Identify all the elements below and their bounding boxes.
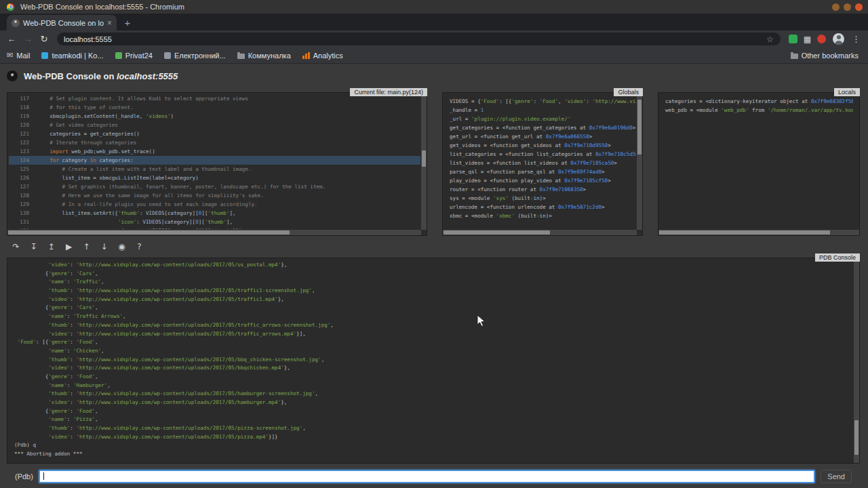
prompt-row: (Pdb) Send	[7, 470, 860, 483]
code-text: # Get video categories	[37, 121, 118, 129]
address-bar[interactable]: localhost:5555 ☆	[57, 33, 781, 45]
bookmark-label: Mail	[16, 52, 30, 60]
editor-horizontal-scrollbar[interactable]	[7, 230, 421, 235]
locals-panel: Locals categories = <dictionary-keyitera…	[658, 92, 860, 236]
console-vertical-scrollbar[interactable]	[854, 258, 859, 463]
code-text: categories = get_categories()	[37, 129, 140, 138]
debug-toolbar: ↷↧↥▶↑↓◉?	[11, 239, 860, 255]
next-button[interactable]: ↷	[11, 242, 21, 252]
bookmark-item[interactable]: Privat24	[115, 52, 153, 60]
globals-caption: Globals	[614, 88, 643, 96]
code-text: 'icon': VIDEOS[category][0]['thumb'],	[37, 218, 233, 226]
code-line: 131 'icon': VIDEOS[category][0]['thumb']…	[9, 218, 420, 226]
line-number: 131	[9, 218, 37, 226]
code-line: 119 xbmcplugin.setContent(_handle, 'vide…	[9, 112, 420, 121]
bookmark-item[interactable]: Коммуналка	[237, 52, 291, 60]
console-line: 'thumb': 'http://www.vidsplay.com/wp-con…	[9, 321, 853, 330]
code-line: 122 # Iterate through categories	[9, 138, 420, 147]
line-number: 120	[9, 121, 37, 129]
variable-line: play_video = <function play_video at 0x7…	[444, 176, 636, 185]
console-line: (Pdb) q	[9, 441, 853, 450]
up-button[interactable]: ↑	[81, 242, 92, 252]
bookmark-item[interactable]: teamkodi | Ko...	[41, 52, 103, 60]
line-number: 128	[9, 191, 37, 200]
page-title-host: localhost:5555	[117, 71, 178, 81]
profile-avatar[interactable]	[833, 33, 844, 45]
pdb-command-input[interactable]	[40, 471, 814, 482]
step-button[interactable]: ↧	[28, 242, 39, 252]
line-number: 127	[9, 182, 37, 191]
forward-icon[interactable]: →	[20, 34, 35, 44]
bookmark-star-icon[interactable]: ☆	[766, 35, 774, 44]
variable-line: _url = 'plugin://plugin.video.example/'	[444, 115, 636, 123]
variable-line: get_categories = <function get_categorie…	[444, 123, 636, 132]
code-line: 121 categories = get_categories()	[9, 129, 420, 138]
reload-icon[interactable]: ↻	[37, 34, 52, 44]
help-button[interactable]: ?	[134, 242, 144, 252]
console-line: 'video': 'http://www.vidsplay.com/wp-con…	[9, 399, 853, 407]
bookmark-item[interactable]: ✉Mail	[7, 52, 30, 60]
analytics-icon	[302, 52, 310, 59]
locals-caption: Locals	[834, 88, 860, 96]
window-minimize-button[interactable]	[832, 3, 840, 11]
other-bookmarks-label: Other bookmarks	[802, 52, 859, 60]
pdb-command-field[interactable]	[39, 470, 815, 483]
back-icon[interactable]: ←	[4, 34, 19, 44]
console-line: 'thumb': 'http://www.vidsplay.com/wp-con…	[9, 390, 853, 399]
editor-vertical-scrollbar[interactable]	[421, 93, 427, 230]
line-number: 124	[9, 156, 37, 165]
variable-line: list_categories = <function list_categor…	[444, 150, 636, 159]
console-line: 'Food': [{'genre': 'Food',	[9, 338, 853, 347]
console-line: 'video': 'http://www.vidsplay.com/wp-con…	[9, 261, 853, 270]
console-line: {'genre': 'Cars',	[9, 304, 853, 312]
bookmark-label: teamkodi | Ko...	[52, 52, 103, 60]
code-text: xbmcplugin.setContent(_handle, 'videos')	[37, 112, 174, 121]
variable-line: list_videos = <function list_videos at 0…	[444, 159, 636, 167]
window-close-button[interactable]	[855, 3, 863, 11]
site-favicon-icon	[115, 52, 122, 59]
console-line: 'thumb': 'http://www.vidsplay.com/wp-con…	[9, 424, 853, 433]
folder-icon	[791, 54, 798, 59]
return-button[interactable]: ↥	[46, 242, 56, 252]
code-text: # In a real-life plugin you need to set …	[37, 200, 258, 209]
current-file-panel: Current file: main.py(124) 117 # Set plu…	[7, 92, 427, 236]
new-tab-button[interactable]: +	[119, 15, 136, 30]
locals-horizontal-scrollbar[interactable]	[658, 230, 859, 235]
continue-button[interactable]: ▶	[64, 242, 74, 252]
page-header: * Web-PDB Console on localhost:5555	[0, 64, 868, 88]
code-text: # Set plugin content. It allows Kodi to …	[37, 94, 248, 103]
globals-panel: Globals VIDEOS = {'Food': [{'genre': 'Fo…	[442, 92, 643, 236]
tab-close-icon[interactable]: ×	[107, 18, 112, 28]
where-button[interactable]: ◉	[117, 242, 127, 252]
line-number: 121	[9, 129, 37, 138]
current-file-caption: Current file: main.py(124)	[350, 88, 427, 96]
console-line: 'name': 'Hamburger',	[9, 382, 853, 390]
chromium-icon	[7, 3, 14, 11]
window-maximize-button[interactable]	[844, 3, 851, 11]
send-button[interactable]: Send	[821, 470, 852, 483]
console-line: *** Aborting addon ***	[9, 450, 853, 459]
bookmark-label: Privat24	[125, 52, 153, 60]
browser-menu-icon[interactable]: ⋮	[852, 34, 861, 44]
code-line: 128 # Here we use the same image for all…	[9, 191, 420, 200]
console-line: 'name': 'Chicken',	[9, 347, 853, 356]
window-title: Web-PDB Console on localhost:5555 - Chro…	[20, 3, 828, 11]
down-button[interactable]: ↓	[99, 242, 109, 252]
extension-red-icon[interactable]	[817, 35, 826, 43]
other-bookmarks-button[interactable]: Other bookmarks	[791, 52, 859, 60]
bookmark-label: Коммуналка	[248, 52, 291, 60]
browser-tab[interactable]: * Web-PDB Console on loca ×	[7, 15, 117, 30]
extension-grid-icon[interactable]: ▦	[804, 35, 811, 44]
globals-horizontal-scrollbar[interactable]	[443, 230, 637, 235]
console-line: {'genre': 'Food',	[9, 407, 853, 416]
bookmark-item[interactable]: Електронний...	[164, 52, 226, 60]
web-pdb-page: * Web-PDB Console on localhost:5555 Curr…	[0, 64, 868, 488]
globals-vertical-scrollbar[interactable]	[637, 93, 642, 230]
window-titlebar: Web-PDB Console on localhost:5555 - Chro…	[0, 0, 868, 14]
code-line: 130 list_item.setArt({'thumb': VIDEOS[ca…	[9, 209, 420, 218]
bookmark-item[interactable]: Analytics	[302, 52, 343, 60]
line-number: 126	[9, 174, 37, 182]
console-line: 'video': 'http://www.vidsplay.com/wp-con…	[9, 364, 853, 373]
site-favicon-icon	[164, 52, 171, 59]
extension-green-icon[interactable]	[789, 35, 797, 43]
